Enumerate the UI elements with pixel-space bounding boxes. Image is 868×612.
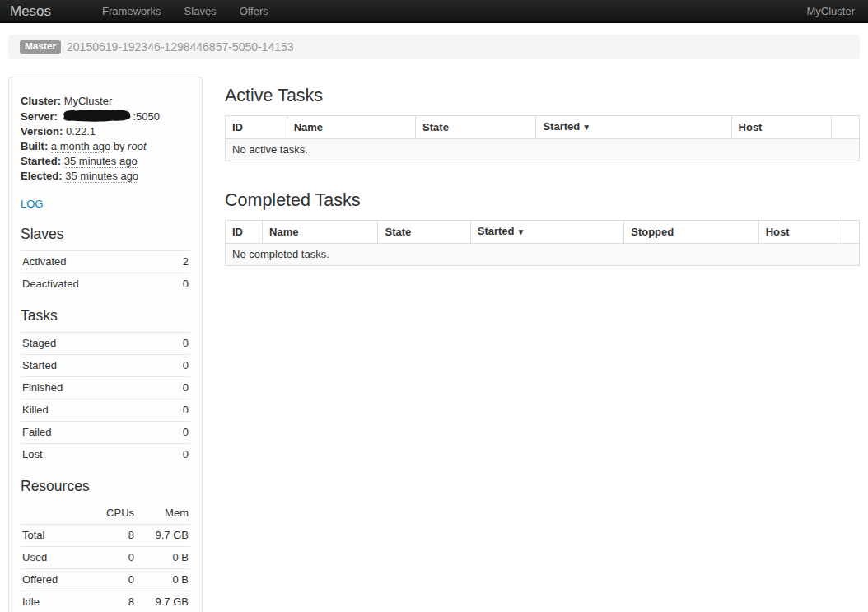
- resources-row-offered: Offered 0 0 B: [21, 569, 190, 591]
- stat-cpus: 0: [88, 569, 136, 591]
- col-host[interactable]: Host: [731, 116, 831, 139]
- resources-row-used: Used 0 0 B: [21, 547, 190, 569]
- info-cluster-value: MyCluster: [64, 95, 113, 107]
- stat-value: 0: [161, 355, 190, 377]
- completed-tasks-empty-row: No completed tasks.: [226, 244, 860, 266]
- info-built-author: root: [128, 140, 146, 152]
- active-tasks-empty-message: No active tasks.: [226, 139, 860, 161]
- stat-value: 2: [167, 251, 190, 273]
- col-name[interactable]: Name: [287, 116, 415, 139]
- info-started-time: 35 minutes ago: [64, 155, 138, 168]
- info-elected-time: 35 minutes ago: [65, 170, 138, 183]
- completed-tasks-header-row: ID Name State Started▼ Stopped Host: [226, 221, 860, 244]
- completed-tasks-title: Completed Tasks: [225, 189, 860, 212]
- completed-tasks-section: Completed Tasks ID Name State Started▼ S…: [225, 189, 860, 266]
- tasks-row-finished: Finished 0: [21, 377, 190, 399]
- active-tasks-table: ID Name State Started▼ Host No active ta…: [225, 115, 860, 161]
- col-actions: [831, 116, 859, 139]
- nav-item-offers[interactable]: Offers: [228, 0, 280, 22]
- log-link[interactable]: LOG: [21, 198, 43, 210]
- info-elected: Elected: 35 minutes ago: [21, 169, 190, 184]
- tasks-row-killed: Killed 0: [21, 399, 190, 422]
- resources-table: CPUs Mem Total 8 9.7 GB Used 0 0 B: [21, 502, 190, 612]
- master-id: 20150619-192346-1298446857-5050-14153: [67, 40, 294, 54]
- sort-desc-icon: ▼: [582, 123, 590, 132]
- col-stopped[interactable]: Stopped: [624, 221, 758, 244]
- col-state[interactable]: State: [378, 221, 470, 244]
- stat-cpus: 8: [88, 591, 136, 612]
- slaves-row-activated: Activated 2: [21, 251, 190, 273]
- col-name[interactable]: Name: [263, 221, 378, 244]
- stat-mem: 0 B: [136, 547, 190, 569]
- cluster-name-text: MyCluster: [806, 5, 858, 17]
- stat-label: Activated: [21, 251, 167, 273]
- stat-label: Failed: [21, 422, 161, 444]
- stat-label: Killed: [21, 399, 161, 422]
- nav-item-slaves[interactable]: Slaves: [173, 0, 228, 22]
- resources-col-cpus: CPUs: [88, 502, 136, 525]
- tasks-heading: Tasks: [21, 306, 190, 325]
- col-id[interactable]: ID: [226, 221, 263, 244]
- completed-tasks-table: ID Name State Started▼ Stopped Host No c…: [225, 220, 860, 266]
- active-tasks-header-row: ID Name State Started▼ Host: [226, 116, 860, 139]
- stat-value: 0: [161, 377, 190, 399]
- stat-mem: 0 B: [136, 569, 190, 591]
- info-elected-label: Elected:: [21, 170, 63, 182]
- info-built-time: a month ago: [51, 140, 110, 153]
- stat-cpus: 8: [88, 525, 136, 547]
- info-cluster: Cluster: MyCluster: [21, 94, 190, 109]
- col-host[interactable]: Host: [758, 221, 838, 244]
- resources-row-idle: Idle 8 9.7 GB: [21, 591, 190, 612]
- resources-heading: Resources: [21, 477, 190, 495]
- col-state[interactable]: State: [416, 116, 536, 139]
- col-started[interactable]: Started▼: [470, 221, 623, 244]
- resources-row-total: Total 8 9.7 GB: [21, 525, 190, 547]
- completed-tasks-empty-message: No completed tasks.: [226, 244, 860, 266]
- tasks-row-failed: Failed 0: [21, 422, 190, 444]
- info-started-label: Started:: [21, 155, 61, 167]
- info-version-label: Version:: [21, 125, 63, 138]
- info-version: Version: 0.22.1: [21, 124, 190, 139]
- resources-header-row: CPUs Mem: [21, 502, 190, 525]
- col-started[interactable]: Started▼: [536, 116, 731, 139]
- nav-item-frameworks[interactable]: Frameworks: [91, 0, 173, 22]
- stat-value: 0: [161, 333, 190, 355]
- stat-label: Lost: [21, 444, 161, 466]
- info-built-by: by: [114, 140, 125, 152]
- redacted-server-address: [60, 109, 133, 123]
- slaves-heading: Slaves: [21, 225, 190, 243]
- info-version-value: 0.22.1: [66, 125, 96, 138]
- stat-value: 0: [161, 399, 190, 422]
- stat-label: Idle: [21, 591, 88, 612]
- resources-col-mem: Mem: [136, 502, 190, 525]
- info-server: Server: :5050: [21, 109, 190, 124]
- col-id[interactable]: ID: [226, 116, 287, 139]
- top-navbar: Mesos Frameworks Slaves Offers MyCluster: [0, 0, 868, 23]
- slaves-row-deactivated: Deactivated 0: [21, 273, 190, 296]
- brand-mesos[interactable]: Mesos: [10, 3, 51, 20]
- col-actions: [838, 221, 859, 244]
- tasks-stats-table: Staged 0 Started 0 Finished 0 Killed 0: [21, 332, 190, 465]
- stat-value: 0: [167, 273, 190, 296]
- stat-label: Total: [21, 525, 88, 547]
- stat-value: 0: [161, 444, 190, 466]
- info-built: Built: a month ago by root: [21, 139, 190, 154]
- info-server-port: :5050: [133, 110, 160, 123]
- active-tasks-section: Active Tasks ID Name State Started▼ Host: [225, 85, 860, 161]
- active-tasks-title: Active Tasks: [225, 85, 860, 107]
- tasks-row-started: Started 0: [21, 355, 190, 377]
- slaves-stats-table: Activated 2 Deactivated 0: [21, 250, 190, 295]
- stat-label: Offered: [21, 569, 88, 591]
- stat-mem: 9.7 GB: [136, 525, 190, 547]
- sort-desc-icon: ▼: [517, 227, 525, 236]
- tasks-row-staged: Staged 0: [21, 333, 190, 355]
- stat-label: Deactivated: [21, 273, 167, 296]
- stat-label: Used: [21, 547, 88, 569]
- stat-label: Staged: [21, 333, 161, 355]
- info-server-label: Server:: [21, 110, 58, 123]
- stat-mem: 9.7 GB: [136, 591, 190, 612]
- info-cluster-label: Cluster:: [21, 95, 61, 107]
- stat-label: Finished: [21, 377, 161, 399]
- master-badge: Master: [20, 40, 61, 54]
- tasks-row-lost: Lost 0: [21, 444, 190, 466]
